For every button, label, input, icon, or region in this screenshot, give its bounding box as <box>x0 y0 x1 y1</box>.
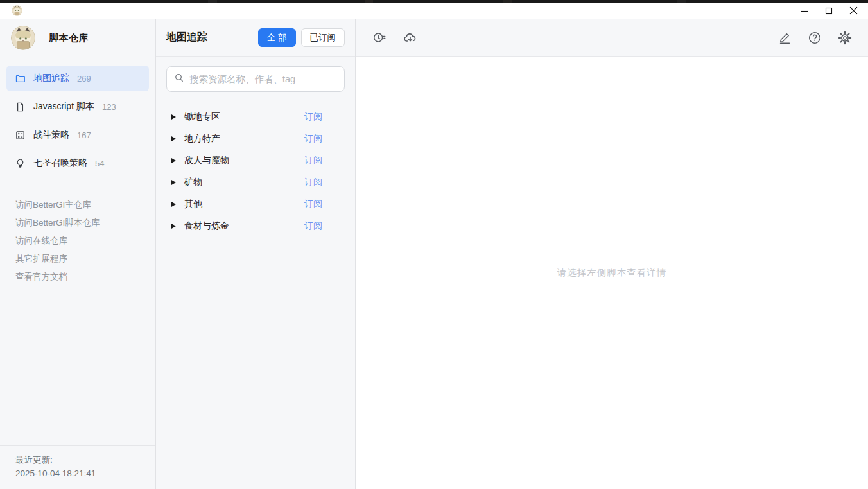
tab-all[interactable]: 全 部 <box>258 28 296 48</box>
chevron-right-icon[interactable] <box>171 136 176 141</box>
panel-title: 地图追踪 <box>166 31 207 44</box>
edit-icon[interactable] <box>777 30 792 46</box>
search-input[interactable] <box>189 74 337 84</box>
tree-row-food-alchemy[interactable]: 食材与炼金 订阅 <box>171 215 345 237</box>
toolbar-left-group <box>371 30 418 46</box>
tree-label: 矿物 <box>184 177 202 188</box>
filter-tabs: 全 部 已订阅 <box>258 28 345 48</box>
subscribe-link[interactable]: 订阅 <box>304 133 322 145</box>
sidebar-item-count: 167 <box>77 130 91 140</box>
folder-icon <box>15 73 26 84</box>
sidebar-header: 脚本仓库 <box>0 19 155 57</box>
tab-subscribed[interactable]: 已订阅 <box>301 28 345 48</box>
sidebar-item-label: 战斗策略 <box>33 129 69 141</box>
minimize-button[interactable] <box>792 3 817 19</box>
chevron-right-icon[interactable] <box>171 202 176 207</box>
detail-toolbar <box>356 19 868 57</box>
sidebar-item-map-tracking[interactable]: 地图追踪 269 <box>6 66 149 91</box>
sidebar-footer: 最近更新: 2025-10-04 18:21:41 <box>0 445 155 489</box>
sidebar-item-count: 123 <box>102 102 116 112</box>
resource-list-panel: 地图追踪 全 部 已订阅 锄地专区 订阅 地方特产 <box>156 19 356 489</box>
tree-row-minerals[interactable]: 矿物 订阅 <box>171 172 345 193</box>
sidebar-item-tcg-strategy[interactable]: 七圣召唤策略 54 <box>6 150 149 176</box>
tree-row-chudi[interactable]: 锄地专区 订阅 <box>171 106 345 128</box>
subscribe-link[interactable]: 订阅 <box>304 111 322 123</box>
subscribe-link[interactable]: 订阅 <box>304 220 322 232</box>
app-avatar-icon <box>12 5 22 16</box>
subscribe-link[interactable]: 订阅 <box>304 199 322 210</box>
maximize-button[interactable] <box>817 3 841 19</box>
last-update-timestamp: 2025-10-04 18:21:41 <box>15 467 145 481</box>
chevron-right-icon[interactable] <box>171 114 176 120</box>
sidebar-item-label: Javascript 脚本 <box>33 101 94 112</box>
app-avatar <box>11 26 35 50</box>
chevron-right-icon[interactable] <box>171 180 176 185</box>
cloud-download-icon[interactable] <box>403 30 418 46</box>
tree-label: 其他 <box>184 199 202 210</box>
chevron-right-icon[interactable] <box>171 224 176 229</box>
calculator-icon <box>15 130 26 141</box>
sidebar-item-combat-strategy[interactable]: 战斗策略 167 <box>6 122 149 148</box>
panel-header: 地图追踪 全 部 已订阅 <box>156 19 355 57</box>
toolbar-right-group <box>777 30 853 46</box>
detail-panel: 请选择左侧脚本查看详情 <box>356 19 868 489</box>
empty-message: 请选择左侧脚本查看详情 <box>557 267 667 279</box>
lightbulb-icon <box>15 158 26 169</box>
history-icon[interactable] <box>371 30 386 46</box>
app-window: 脚本仓库 地图追踪 269 Javascript 脚本 123 <box>0 19 868 489</box>
search-box[interactable] <box>166 66 345 92</box>
tree-row-local-specialty[interactable]: 地方特产 订阅 <box>171 128 345 150</box>
link-bettergi-main-repo[interactable]: 访问BetterGI主仓库 <box>15 196 155 214</box>
sidebar-item-count: 269 <box>77 74 91 84</box>
tree-row-enemies-monsters[interactable]: 敌人与魔物 订阅 <box>171 150 345 172</box>
sidebar-links: 访问BetterGI主仓库 访问BetterGI脚本仓库 访问在线仓库 其它扩展… <box>0 196 155 286</box>
settings-icon[interactable] <box>837 30 853 46</box>
tree-label: 食材与炼金 <box>184 220 229 232</box>
tree-label: 敌人与魔物 <box>184 155 229 166</box>
sidebar: 脚本仓库 地图追踪 269 Javascript 脚本 123 <box>0 19 156 489</box>
link-other-extensions[interactable]: 其它扩展程序 <box>15 250 155 268</box>
sidebar-item-count: 54 <box>95 159 104 168</box>
detail-empty-state: 请选择左侧脚本查看详情 <box>356 57 868 489</box>
app-title: 脚本仓库 <box>49 32 89 44</box>
last-update-label: 最近更新: <box>15 453 145 467</box>
tree-label: 地方特产 <box>184 133 220 145</box>
sidebar-nav: 地图追踪 269 Javascript 脚本 123 战斗策略 167 <box>0 57 155 182</box>
subscribe-link[interactable]: 订阅 <box>304 155 322 166</box>
file-icon <box>15 102 26 112</box>
link-official-docs[interactable]: 查看官方文档 <box>15 268 155 286</box>
sidebar-divider <box>0 188 155 188</box>
chevron-right-icon[interactable] <box>171 158 176 163</box>
help-icon[interactable] <box>807 30 822 46</box>
search-row <box>156 57 355 102</box>
close-button[interactable] <box>841 3 865 19</box>
tree-row-other[interactable]: 其他 订阅 <box>171 193 345 215</box>
search-icon <box>174 73 184 85</box>
link-bettergi-script-repo[interactable]: 访问BetterGI脚本仓库 <box>15 214 155 232</box>
subscribe-link[interactable]: 订阅 <box>304 177 322 188</box>
tree-label: 锄地专区 <box>184 111 220 123</box>
titlebar <box>0 3 868 19</box>
sidebar-item-javascript[interactable]: Javascript 脚本 123 <box>6 94 149 120</box>
window-controls <box>792 3 865 19</box>
sidebar-item-label: 地图追踪 <box>33 73 69 84</box>
sidebar-item-label: 七圣召唤策略 <box>33 157 87 169</box>
category-tree: 锄地专区 订阅 地方特产 订阅 敌人与魔物 订阅 矿物 订阅 其他 订阅 <box>156 102 355 237</box>
link-online-repo[interactable]: 访问在线仓库 <box>15 232 155 250</box>
